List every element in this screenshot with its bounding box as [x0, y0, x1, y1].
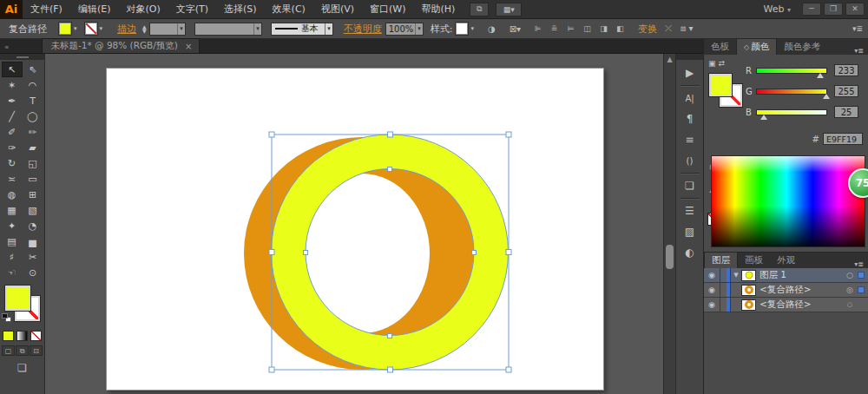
minimize-button[interactable]: ─	[802, 3, 821, 16]
layer-thumbnail[interactable]	[741, 285, 756, 296]
control-panel-menu-icon[interactable]: ▾≣	[852, 24, 863, 33]
chevron-down-icon[interactable]: ▾	[177, 23, 185, 35]
shape-mode-icon[interactable]: ⊠▾	[505, 24, 525, 34]
chevron-down-icon[interactable]: ▾	[468, 25, 477, 32]
chevron-down-icon[interactable]: ▾	[253, 23, 261, 35]
bounding-box-icon[interactable]: ⤫	[661, 23, 676, 34]
selection-handle[interactable]	[388, 132, 393, 137]
align-button-2[interactable]: ⊨	[563, 23, 578, 36]
slider-track-R[interactable]	[756, 68, 827, 74]
selection-handle[interactable]	[506, 250, 511, 255]
selection-handle[interactable]	[506, 367, 511, 372]
stroke-panel-icon[interactable]: ☰	[679, 200, 701, 221]
menu-item[interactable]: 编辑(E)	[70, 0, 119, 18]
layer-name[interactable]: 图层 1	[760, 269, 844, 281]
opacity-link[interactable]: 不透明度	[340, 23, 385, 36]
color-tab-颜色[interactable]: ◇颜色	[736, 38, 777, 55]
scale-tool-icon[interactable]: ◱	[23, 155, 43, 171]
fill-swatch[interactable]	[709, 74, 732, 96]
layer-thumbnail[interactable]	[741, 270, 756, 281]
type-tool-icon[interactable]: T	[23, 93, 43, 108]
visibility-eye-icon[interactable]: ◉	[704, 268, 720, 282]
selection-handle[interactable]	[269, 250, 274, 255]
shape-builder-tool-icon[interactable]: ◍	[2, 187, 23, 202]
selection-handle[interactable]	[269, 132, 274, 137]
transform-link[interactable]: 变换	[635, 23, 661, 36]
chevron-down-icon[interactable]: ▾	[415, 23, 423, 35]
align-button-3[interactable]: ◫	[580, 23, 595, 36]
slider-track-B[interactable]	[756, 109, 827, 115]
workspace-switcher[interactable]: Web ▾	[764, 3, 792, 15]
isolate-selection-icon[interactable]: ⧈ ▾	[676, 23, 698, 34]
stroke-link[interactable]: 描边	[114, 23, 140, 36]
lasso-tool-icon[interactable]: ◠	[23, 77, 43, 93]
width-profile-dropdown[interactable]: ▾	[194, 23, 262, 36]
anchor-point[interactable]	[304, 251, 308, 255]
slice-tool-icon[interactable]: ✂	[23, 249, 43, 265]
target-circle-icon[interactable]: ○	[844, 271, 856, 279]
layer-row-1[interactable]: ◉▼<复合路径>◎	[704, 283, 868, 298]
menu-item[interactable]: 帮助(H)	[413, 0, 463, 18]
menu-item[interactable]: 对象(O)	[118, 0, 168, 18]
layer-name[interactable]: <复合路径>	[760, 299, 844, 311]
recolor-artwork-icon[interactable]: ◑	[483, 24, 500, 34]
slider-track-G[interactable]	[756, 89, 827, 95]
mesh-tool-icon[interactable]: ▦	[2, 202, 23, 218]
artboard-tool-icon[interactable]: ♯	[2, 249, 23, 265]
layer-row-2[interactable]: ◉▼<复合路径>○	[704, 298, 868, 312]
selection-handle[interactable]	[388, 367, 393, 372]
fill-color-swatch[interactable]	[59, 23, 71, 35]
slider-thumb[interactable]	[760, 115, 767, 120]
layers-tab-外观[interactable]: 外观	[770, 253, 802, 268]
ellipse-tool-icon[interactable]: ◯	[23, 108, 43, 124]
draw-inside-icon[interactable]: ⊡	[30, 345, 43, 356]
dock-header[interactable]	[676, 54, 703, 60]
stroke-width-stepper[interactable]: ▲▼	[142, 24, 147, 33]
dock-collapse-icon[interactable]: «	[0, 43, 13, 53]
bridge-icon[interactable]: ⧉	[470, 3, 489, 16]
stroke-color-swatch[interactable]	[85, 23, 97, 35]
paintbrush-tool-icon[interactable]: ✐	[2, 124, 23, 140]
fill-stroke-mini-icons[interactable]: ▣⇄	[708, 59, 727, 68]
target-circle-icon[interactable]: ○	[844, 301, 856, 308]
draw-normal-icon[interactable]: ▢	[2, 345, 15, 356]
artwork[interactable]	[45, 54, 663, 394]
document-tab[interactable]: 未标题-1* @ 98% (RGB/预览) ×	[42, 38, 201, 53]
anchor-point[interactable]	[388, 167, 392, 172]
layers-tab-图层[interactable]: 图层	[704, 252, 738, 268]
visibility-eye-icon[interactable]: ◉	[704, 298, 720, 312]
gradient-panel-icon[interactable]: ▨	[679, 221, 701, 242]
menu-item[interactable]: 文件(F)	[23, 0, 70, 18]
paragraph-styles-panel-icon[interactable]: ≡	[679, 129, 701, 150]
anchor-point[interactable]	[472, 251, 477, 255]
layer-name[interactable]: <复合路径>	[760, 284, 844, 296]
layers-panel-menu-icon[interactable]: ▾≣	[854, 260, 864, 268]
free-transform-tool-icon[interactable]: ▭	[23, 171, 43, 187]
align-button-5[interactable]: ◧	[613, 23, 628, 36]
hex-input[interactable]: E9FF19	[823, 133, 863, 145]
close-button[interactable]: ✕	[845, 3, 865, 16]
column-graph-tool-icon[interactable]: ▅	[23, 233, 43, 249]
zoom-tool-icon[interactable]: ⊙	[23, 265, 43, 280]
align-button-1[interactable]: ≞	[547, 23, 562, 36]
layer-thumbnail[interactable]	[741, 299, 756, 311]
menu-item[interactable]: 效果(C)	[265, 0, 313, 18]
brush-definition-dropdown[interactable]: 基本▾	[271, 23, 333, 36]
width-tool-tool-icon[interactable]: ≍	[2, 171, 23, 187]
selection-indicator[interactable]	[858, 272, 865, 279]
pen-tool-icon[interactable]: ✒	[2, 93, 23, 108]
scrollbar-thumb[interactable]	[666, 245, 674, 269]
slider-thumb[interactable]	[823, 94, 830, 99]
selection-handle[interactable]	[506, 132, 511, 137]
selection-indicator[interactable]	[858, 286, 865, 293]
blob-brush-tool-icon[interactable]: ✑	[2, 140, 23, 155]
hand-tool-icon[interactable]: ☜	[2, 265, 23, 280]
gradient-tool-icon[interactable]: ▧	[23, 202, 43, 218]
menu-item[interactable]: 窗口(W)	[362, 0, 413, 18]
pencil-tool-icon[interactable]: ✏	[23, 124, 43, 140]
menu-item[interactable]: 选择(S)	[216, 0, 265, 18]
slider-thumb[interactable]	[817, 73, 824, 78]
chevron-down-icon[interactable]: ▾	[97, 25, 106, 32]
direct-selection-tool-icon[interactable]: ⇖	[23, 62, 43, 77]
rotate-tool-icon[interactable]: ↻	[2, 155, 23, 171]
